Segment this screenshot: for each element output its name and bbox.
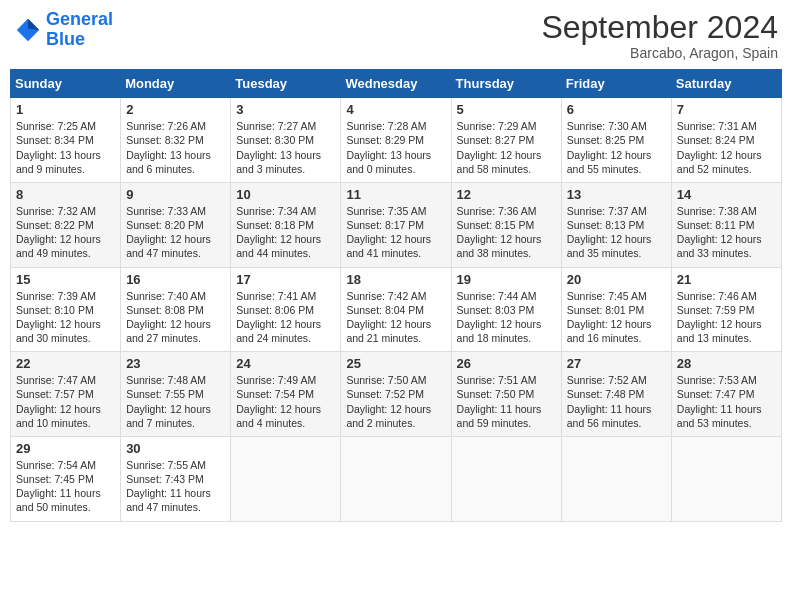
calendar-cell: 9 Sunrise: 7:33 AM Sunset: 8:20 PM Dayli… <box>121 182 231 267</box>
day-number: 17 <box>236 272 335 287</box>
day-number: 20 <box>567 272 666 287</box>
calendar-table: Sunday Monday Tuesday Wednesday Thursday… <box>10 69 782 521</box>
day-number: 2 <box>126 102 225 117</box>
day-number: 22 <box>16 356 115 371</box>
calendar-cell: 29 Sunrise: 7:54 AM Sunset: 7:45 PM Dayl… <box>11 436 121 521</box>
day-number: 5 <box>457 102 556 117</box>
day-number: 16 <box>126 272 225 287</box>
col-monday: Monday <box>121 70 231 98</box>
svg-marker-1 <box>28 19 39 30</box>
day-info: Sunrise: 7:31 AM Sunset: 8:24 PM Dayligh… <box>677 119 776 176</box>
col-sunday: Sunday <box>11 70 121 98</box>
day-info: Sunrise: 7:25 AM Sunset: 8:34 PM Dayligh… <box>16 119 115 176</box>
day-info: Sunrise: 7:51 AM Sunset: 7:50 PM Dayligh… <box>457 373 556 430</box>
day-info: Sunrise: 7:45 AM Sunset: 8:01 PM Dayligh… <box>567 289 666 346</box>
day-info: Sunrise: 7:40 AM Sunset: 8:08 PM Dayligh… <box>126 289 225 346</box>
calendar-cell <box>671 436 781 521</box>
day-info: Sunrise: 7:46 AM Sunset: 7:59 PM Dayligh… <box>677 289 776 346</box>
calendar-cell: 27 Sunrise: 7:52 AM Sunset: 7:48 PM Dayl… <box>561 352 671 437</box>
day-number: 12 <box>457 187 556 202</box>
calendar-cell: 1 Sunrise: 7:25 AM Sunset: 8:34 PM Dayli… <box>11 98 121 183</box>
calendar-cell: 23 Sunrise: 7:48 AM Sunset: 7:55 PM Dayl… <box>121 352 231 437</box>
day-info: Sunrise: 7:29 AM Sunset: 8:27 PM Dayligh… <box>457 119 556 176</box>
col-wednesday: Wednesday <box>341 70 451 98</box>
calendar-row: 8 Sunrise: 7:32 AM Sunset: 8:22 PM Dayli… <box>11 182 782 267</box>
day-number: 11 <box>346 187 445 202</box>
day-info: Sunrise: 7:36 AM Sunset: 8:15 PM Dayligh… <box>457 204 556 261</box>
month-title: September 2024 <box>541 10 778 45</box>
calendar-cell: 4 Sunrise: 7:28 AM Sunset: 8:29 PM Dayli… <box>341 98 451 183</box>
calendar-row: 15 Sunrise: 7:39 AM Sunset: 8:10 PM Dayl… <box>11 267 782 352</box>
calendar-cell: 2 Sunrise: 7:26 AM Sunset: 8:32 PM Dayli… <box>121 98 231 183</box>
day-number: 25 <box>346 356 445 371</box>
day-info: Sunrise: 7:33 AM Sunset: 8:20 PM Dayligh… <box>126 204 225 261</box>
logo: General Blue <box>14 10 113 50</box>
day-number: 21 <box>677 272 776 287</box>
day-info: Sunrise: 7:55 AM Sunset: 7:43 PM Dayligh… <box>126 458 225 515</box>
day-info: Sunrise: 7:42 AM Sunset: 8:04 PM Dayligh… <box>346 289 445 346</box>
day-info: Sunrise: 7:35 AM Sunset: 8:17 PM Dayligh… <box>346 204 445 261</box>
day-number: 24 <box>236 356 335 371</box>
day-number: 23 <box>126 356 225 371</box>
col-saturday: Saturday <box>671 70 781 98</box>
logo-text: General Blue <box>46 10 113 50</box>
day-number: 13 <box>567 187 666 202</box>
calendar-row: 1 Sunrise: 7:25 AM Sunset: 8:34 PM Dayli… <box>11 98 782 183</box>
calendar-cell: 3 Sunrise: 7:27 AM Sunset: 8:30 PM Dayli… <box>231 98 341 183</box>
day-info: Sunrise: 7:32 AM Sunset: 8:22 PM Dayligh… <box>16 204 115 261</box>
calendar-cell: 11 Sunrise: 7:35 AM Sunset: 8:17 PM Dayl… <box>341 182 451 267</box>
logo-icon <box>14 16 42 44</box>
calendar-cell: 16 Sunrise: 7:40 AM Sunset: 8:08 PM Dayl… <box>121 267 231 352</box>
calendar-cell <box>451 436 561 521</box>
day-info: Sunrise: 7:54 AM Sunset: 7:45 PM Dayligh… <box>16 458 115 515</box>
day-info: Sunrise: 7:37 AM Sunset: 8:13 PM Dayligh… <box>567 204 666 261</box>
calendar-cell <box>561 436 671 521</box>
day-info: Sunrise: 7:38 AM Sunset: 8:11 PM Dayligh… <box>677 204 776 261</box>
day-number: 15 <box>16 272 115 287</box>
calendar-cell: 17 Sunrise: 7:41 AM Sunset: 8:06 PM Dayl… <box>231 267 341 352</box>
day-number: 30 <box>126 441 225 456</box>
calendar-cell: 15 Sunrise: 7:39 AM Sunset: 8:10 PM Dayl… <box>11 267 121 352</box>
day-info: Sunrise: 7:53 AM Sunset: 7:47 PM Dayligh… <box>677 373 776 430</box>
calendar-cell: 21 Sunrise: 7:46 AM Sunset: 7:59 PM Dayl… <box>671 267 781 352</box>
calendar-cell: 26 Sunrise: 7:51 AM Sunset: 7:50 PM Dayl… <box>451 352 561 437</box>
col-friday: Friday <box>561 70 671 98</box>
day-info: Sunrise: 7:50 AM Sunset: 7:52 PM Dayligh… <box>346 373 445 430</box>
calendar-cell: 30 Sunrise: 7:55 AM Sunset: 7:43 PM Dayl… <box>121 436 231 521</box>
calendar-cell <box>341 436 451 521</box>
day-info: Sunrise: 7:49 AM Sunset: 7:54 PM Dayligh… <box>236 373 335 430</box>
calendar-cell <box>231 436 341 521</box>
day-number: 14 <box>677 187 776 202</box>
col-thursday: Thursday <box>451 70 561 98</box>
calendar-cell: 20 Sunrise: 7:45 AM Sunset: 8:01 PM Dayl… <box>561 267 671 352</box>
day-number: 27 <box>567 356 666 371</box>
calendar-row: 22 Sunrise: 7:47 AM Sunset: 7:57 PM Dayl… <box>11 352 782 437</box>
day-info: Sunrise: 7:30 AM Sunset: 8:25 PM Dayligh… <box>567 119 666 176</box>
day-number: 28 <box>677 356 776 371</box>
day-number: 1 <box>16 102 115 117</box>
calendar-cell: 24 Sunrise: 7:49 AM Sunset: 7:54 PM Dayl… <box>231 352 341 437</box>
calendar-cell: 25 Sunrise: 7:50 AM Sunset: 7:52 PM Dayl… <box>341 352 451 437</box>
day-info: Sunrise: 7:28 AM Sunset: 8:29 PM Dayligh… <box>346 119 445 176</box>
day-info: Sunrise: 7:48 AM Sunset: 7:55 PM Dayligh… <box>126 373 225 430</box>
calendar-cell: 5 Sunrise: 7:29 AM Sunset: 8:27 PM Dayli… <box>451 98 561 183</box>
day-info: Sunrise: 7:39 AM Sunset: 8:10 PM Dayligh… <box>16 289 115 346</box>
day-info: Sunrise: 7:47 AM Sunset: 7:57 PM Dayligh… <box>16 373 115 430</box>
calendar-cell: 19 Sunrise: 7:44 AM Sunset: 8:03 PM Dayl… <box>451 267 561 352</box>
calendar-cell: 18 Sunrise: 7:42 AM Sunset: 8:04 PM Dayl… <box>341 267 451 352</box>
day-info: Sunrise: 7:52 AM Sunset: 7:48 PM Dayligh… <box>567 373 666 430</box>
header-row: Sunday Monday Tuesday Wednesday Thursday… <box>11 70 782 98</box>
calendar-cell: 10 Sunrise: 7:34 AM Sunset: 8:18 PM Dayl… <box>231 182 341 267</box>
day-number: 18 <box>346 272 445 287</box>
col-tuesday: Tuesday <box>231 70 341 98</box>
day-number: 10 <box>236 187 335 202</box>
day-number: 8 <box>16 187 115 202</box>
calendar-cell: 7 Sunrise: 7:31 AM Sunset: 8:24 PM Dayli… <box>671 98 781 183</box>
calendar-cell: 13 Sunrise: 7:37 AM Sunset: 8:13 PM Dayl… <box>561 182 671 267</box>
title-block: September 2024 Barcabo, Aragon, Spain <box>541 10 778 61</box>
calendar-cell: 28 Sunrise: 7:53 AM Sunset: 7:47 PM Dayl… <box>671 352 781 437</box>
day-number: 4 <box>346 102 445 117</box>
day-number: 7 <box>677 102 776 117</box>
day-info: Sunrise: 7:41 AM Sunset: 8:06 PM Dayligh… <box>236 289 335 346</box>
calendar-cell: 6 Sunrise: 7:30 AM Sunset: 8:25 PM Dayli… <box>561 98 671 183</box>
